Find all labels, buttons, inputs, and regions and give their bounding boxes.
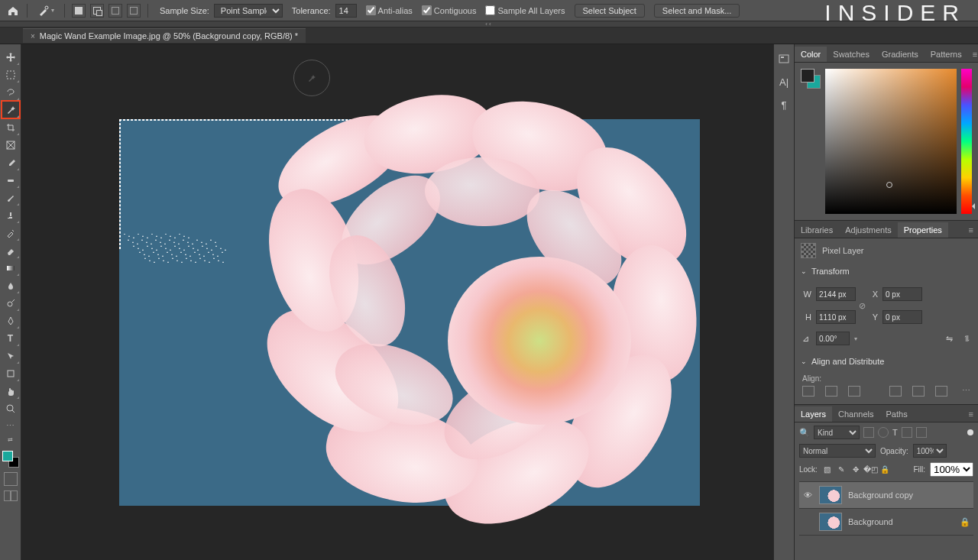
home-icon[interactable] [6, 4, 20, 18]
shape-tool-icon[interactable] [2, 364, 20, 382]
eraser-tool-icon[interactable] [2, 241, 20, 259]
color-field[interactable] [825, 69, 957, 214]
align-bottom-icon[interactable] [935, 386, 947, 397]
tab-libraries[interactable]: Libraries [795, 222, 839, 238]
paragraph-panel-icon[interactable]: ¶ [777, 98, 791, 112]
align-hcenter-icon[interactable] [825, 386, 837, 397]
blur-tool-icon[interactable] [2, 277, 20, 294]
brush-tool-icon[interactable] [2, 189, 20, 206]
document-tab[interactable]: × Magic Wand Example Image.jpg @ 50% (Ba… [23, 28, 306, 43]
history-brush-tool-icon[interactable] [2, 224, 20, 241]
tolerance-input[interactable] [335, 4, 357, 18]
select-subject-button[interactable]: Select Subject [575, 4, 645, 18]
opacity-select[interactable]: 100% [913, 444, 947, 458]
align-vcenter-icon[interactable] [912, 386, 925, 397]
layer-row[interactable]: 👁 Background copy [799, 482, 973, 509]
healing-tool-icon[interactable] [2, 171, 20, 189]
panel-menu-icon[interactable]: ≡ [964, 222, 978, 238]
color-swatches[interactable] [2, 451, 19, 468]
layer-name[interactable]: Background [848, 517, 893, 526]
hue-slider[interactable] [961, 69, 972, 214]
layer-filter-select[interactable]: Kind [814, 426, 860, 439]
panel-menu-icon[interactable]: ≡ [968, 47, 978, 62]
layer-name[interactable]: Background copy [848, 490, 913, 500]
gradient-tool-icon[interactable] [2, 259, 20, 277]
screen-mode-icon[interactable] [4, 490, 18, 501]
crop-tool-icon[interactable] [2, 118, 20, 136]
quick-mask-icon[interactable] [4, 472, 18, 486]
fill-select[interactable]: 100% [930, 462, 973, 477]
canvas-area[interactable]: ⠁⠂⠄⠁⠂⠄⠁⠂⠄⠁⠂⠄⠁⠂⠄ ⠁⠂⠄⠁⠂⠄⠁⠂⠄⠁⠂⠄⠁⠂⠄⠁⠂⠄⠁⠂ ⠁⠂⠄… [21, 44, 773, 560]
filter-adjust-icon[interactable] [878, 427, 889, 438]
y-input[interactable] [882, 310, 922, 324]
type-tool-icon[interactable]: T [2, 329, 20, 347]
stamp-tool-icon[interactable] [2, 206, 20, 224]
lock-pos-icon[interactable]: ✥ [851, 465, 861, 474]
hand-tool-icon[interactable] [2, 382, 20, 400]
search-icon[interactable]: 🔍 [799, 428, 810, 438]
flip-h-icon[interactable]: ⇋ [946, 334, 953, 344]
link-dimensions-icon[interactable]: ⊘ [859, 301, 866, 311]
tab-patterns[interactable]: Patterns [925, 47, 968, 62]
tab-gradients[interactable]: Gradients [876, 47, 925, 62]
tab-channels[interactable]: Channels [832, 406, 879, 422]
tab-adjustments[interactable]: Adjustments [839, 222, 898, 238]
selection-subtract-icon[interactable] [108, 4, 122, 18]
filter-smart-icon[interactable] [916, 427, 927, 438]
frame-tool-icon[interactable] [2, 136, 20, 154]
align-header[interactable]: ⌄Align and Distribute [795, 353, 978, 370]
magic-wand-tool-icon[interactable] [2, 101, 20, 118]
color-swatch-pair[interactable] [801, 69, 821, 89]
tab-layers[interactable]: Layers [795, 406, 832, 422]
tab-swatches[interactable]: Swatches [827, 47, 876, 62]
character-panel-icon[interactable]: A| [777, 75, 791, 89]
panel-icon[interactable] [777, 52, 791, 66]
layer-thumbnail[interactable] [819, 513, 842, 531]
swap-colors-icon[interactable]: ⇄ [8, 436, 13, 443]
close-tab-icon[interactable]: × [31, 32, 35, 40]
eyedropper-tool-icon[interactable] [2, 154, 20, 171]
sample-size-select[interactable]: Point Sample [214, 4, 283, 18]
x-input[interactable] [882, 287, 922, 301]
height-input[interactable] [816, 310, 856, 324]
filter-toggle[interactable] [967, 429, 973, 435]
align-top-icon[interactable] [889, 386, 902, 397]
lasso-tool-icon[interactable] [2, 83, 20, 101]
active-tool-icon[interactable]: ▾ [34, 3, 57, 18]
blend-mode-select[interactable]: Normal [799, 444, 876, 458]
selection-intersect-icon[interactable] [127, 4, 141, 18]
selection-add-icon[interactable] [90, 4, 104, 18]
filter-type-icon[interactable]: T [892, 428, 898, 437]
tab-color[interactable]: Color [795, 47, 827, 62]
visibility-icon[interactable]: 👁 [802, 490, 813, 500]
width-input[interactable] [816, 287, 856, 301]
layer-row[interactable]: Background 🔒 [799, 509, 973, 536]
lock-paint-icon[interactable]: ✎ [837, 465, 847, 474]
contiguous-checkbox[interactable] [422, 5, 432, 15]
filter-pixel-icon[interactable] [863, 427, 874, 438]
sample-all-checkbox[interactable] [485, 5, 495, 15]
more-options-icon[interactable]: ⋯ [962, 386, 970, 397]
selection-new-icon[interactable] [72, 4, 86, 18]
layer-thumbnail[interactable] [819, 486, 842, 504]
transform-header[interactable]: ⌄Transform [795, 263, 978, 280]
marquee-tool-icon[interactable] [2, 66, 20, 83]
edit-toolbar-icon[interactable]: ⋯ [2, 417, 20, 435]
select-and-mask-button[interactable]: Select and Mask... [654, 4, 740, 18]
angle-input[interactable] [816, 332, 850, 345]
pen-tool-icon[interactable] [2, 312, 20, 329]
panel-menu-icon[interactable]: ≡ [964, 406, 978, 422]
tab-properties[interactable]: Properties [898, 222, 948, 238]
path-select-tool-icon[interactable] [2, 347, 20, 364]
lock-all-icon[interactable]: 🔒 [880, 465, 890, 474]
align-left-icon[interactable] [802, 386, 814, 397]
lock-trans-icon[interactable]: ▧ [822, 465, 832, 474]
move-tool-icon[interactable] [2, 48, 20, 66]
anti-alias-checkbox[interactable] [366, 5, 376, 15]
filter-shape-icon[interactable] [902, 427, 912, 438]
lock-nest-icon[interactable]: �◰ [866, 465, 876, 474]
zoom-tool-icon[interactable] [2, 400, 20, 417]
dodge-tool-icon[interactable] [2, 294, 20, 312]
tab-paths[interactable]: Paths [880, 406, 914, 422]
align-right-icon[interactable] [848, 386, 860, 397]
